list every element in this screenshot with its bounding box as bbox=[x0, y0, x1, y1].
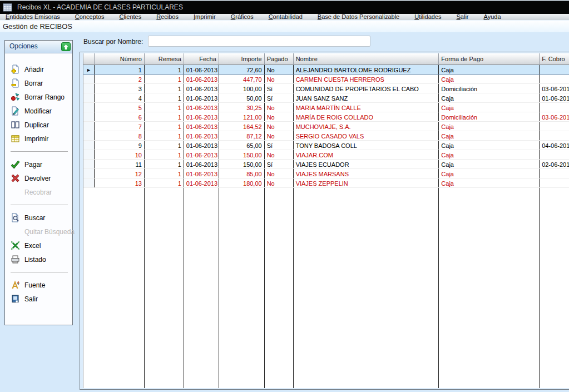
menu-item-imprimir[interactable]: Imprimir bbox=[194, 14, 216, 20]
sidebar-item-imprimir[interactable]: Imprimir bbox=[5, 132, 72, 146]
cell-remesa: 1 bbox=[145, 160, 184, 168]
cell-numero: 1 bbox=[95, 65, 145, 74]
cell-forma_pago: Caja bbox=[439, 178, 540, 187]
sidebar-item-listado[interactable]: Listado bbox=[5, 252, 72, 266]
table-row[interactable]: 4101-06-201350,00SíJUAN SANZ SANZCaja01-… bbox=[83, 93, 569, 103]
table-row[interactable]: 9101-06-201365,00SíTONY BADOSA COLLCaja0… bbox=[83, 141, 569, 150]
cell-forma_pago: Domiciliación bbox=[439, 84, 540, 93]
cell-f_cobro: 04-06-2013 bbox=[540, 141, 569, 150]
sidebar-item-borrar-rango[interactable]: Borrar Rango bbox=[5, 90, 72, 104]
sidebar-item-anadir[interactable]: Añadir bbox=[5, 62, 72, 76]
column-header-importe[interactable]: Importe bbox=[219, 53, 265, 65]
current-row-arrow-icon: ► bbox=[86, 67, 91, 73]
menu-item-graficos[interactable]: Gráficos bbox=[231, 14, 254, 20]
menu-item-entidades-emisoras[interactable]: Entidades Emisoras bbox=[6, 14, 60, 20]
menu-item-utilidades[interactable]: Utilidades bbox=[414, 14, 441, 20]
table-row[interactable]: 6101-06-2013121,00NoMARÍA DE ROIG COLLAD… bbox=[83, 112, 569, 122]
sidebar-item-label: Pagar bbox=[24, 161, 42, 168]
column-header-pagado[interactable]: Pagado bbox=[265, 53, 294, 65]
column-header-selector[interactable] bbox=[83, 53, 95, 65]
table-row[interactable]: 3101-06-2013100,00SíCOMUNIDAD DE PROPIET… bbox=[83, 84, 569, 93]
column-header-forma-de-pago[interactable]: Forma de Pago bbox=[439, 53, 540, 65]
sidebar-item-devolver[interactable]: Devolver bbox=[5, 171, 72, 185]
menu-item-ayuda[interactable]: Ayuda bbox=[484, 14, 501, 20]
table-body: ►1101-06-201372,60NoALEJANDRO BARTOLOME … bbox=[83, 65, 569, 188]
cell-numero: 6 bbox=[95, 112, 145, 121]
menu-item-clientes[interactable]: Clientes bbox=[119, 14, 141, 20]
sidebar-item-borrar[interactable]: Borrar bbox=[5, 76, 72, 90]
cell-importe: 164,52 bbox=[219, 122, 265, 131]
sidebar-item-excel[interactable]: Excel bbox=[5, 239, 72, 252]
cell-forma_pago: Caja bbox=[439, 160, 540, 168]
menu-item-conceptos[interactable]: Conceptos bbox=[75, 14, 105, 20]
column-header-nombre[interactable]: Nombre bbox=[294, 53, 439, 65]
menu-item-salir[interactable]: Salir bbox=[457, 14, 469, 20]
table-row[interactable]: 8101-06-201387,12NoSERGIO CASADO VALSCaj… bbox=[83, 131, 569, 141]
cell-pagado: No bbox=[265, 169, 294, 178]
up-arrow-icon bbox=[62, 43, 70, 51]
sidebar-item-salir[interactable]: Salir bbox=[5, 292, 72, 306]
menu-item-base-de-datos-personalizable[interactable]: Base de Datos Personalizable bbox=[318, 14, 399, 20]
cell-nombre: VIAJES MARSANS bbox=[294, 169, 439, 178]
sidebar-item-label: Borrar bbox=[24, 80, 43, 87]
menu-item-contabilidad[interactable]: Contabilidad bbox=[269, 14, 303, 20]
sidebar-item-buscar[interactable]: Buscar bbox=[5, 211, 72, 225]
table-row[interactable]: 13101-06-2013180,00NoVIAJES ZEPPELINCaja bbox=[83, 178, 569, 188]
add-document-icon bbox=[11, 64, 20, 74]
cell-pagado: No bbox=[265, 178, 294, 187]
cell-fecha: 01-06-2013 bbox=[184, 65, 219, 74]
cell-f_cobro bbox=[540, 103, 569, 112]
empty-column bbox=[184, 188, 219, 388]
cell-nombre: VIAJAR.COM bbox=[294, 150, 439, 159]
table-row[interactable]: 5101-06-201330,25NoMARIA MARTÍN CALLECaj… bbox=[83, 103, 569, 112]
collapse-button[interactable] bbox=[61, 42, 71, 51]
sidebar-item-label: Listado bbox=[24, 256, 46, 264]
cell-fecha: 01-06-2013 bbox=[184, 160, 219, 168]
table-row[interactable]: 7101-06-2013164,52NoMUCHOVIAJE, S.A.Caja bbox=[83, 122, 569, 131]
sidebar-item-label: Buscar bbox=[24, 214, 45, 222]
column-header-remesa[interactable]: Remesa bbox=[145, 53, 184, 65]
cell-pagado: Sí bbox=[265, 141, 294, 150]
table-row[interactable]: ►1101-06-201372,60NoALEJANDRO BARTOLOME … bbox=[83, 65, 569, 75]
cell-selector: ► bbox=[83, 65, 95, 74]
sidebar-item-duplicar[interactable]: Duplicar bbox=[5, 118, 72, 132]
cell-selector bbox=[83, 112, 95, 121]
cell-forma_pago: Domiciliación bbox=[439, 112, 540, 121]
menu-item-recibos[interactable]: Recibos bbox=[156, 14, 179, 20]
column-header-fecha[interactable]: Fecha bbox=[184, 53, 219, 65]
column-header-f-cobro[interactable]: F. Cobro bbox=[540, 53, 569, 65]
icon-placeholder bbox=[11, 227, 20, 236]
cell-fecha: 01-06-2013 bbox=[184, 112, 219, 121]
sidebar-item-label: Imprimir bbox=[24, 135, 48, 143]
cell-fecha: 01-06-2013 bbox=[184, 75, 219, 83]
sidebar-item-pagar[interactable]: Pagar bbox=[5, 157, 72, 171]
cell-selector bbox=[83, 178, 95, 187]
table-row[interactable]: 2101-06-2013447,70NoCARMEN CUESTA HERRER… bbox=[83, 75, 569, 84]
table-row[interactable]: 10101-06-2013150,00NoVIAJAR.COMCaja bbox=[83, 150, 569, 160]
cell-forma_pago: Caja bbox=[439, 169, 540, 178]
table-row[interactable]: 12101-06-201385,00NoVIAJES MARSANSCaja bbox=[83, 169, 569, 178]
cell-forma_pago: Caja bbox=[439, 75, 540, 83]
cell-forma_pago: Caja bbox=[439, 131, 540, 140]
sidebar-item-quitar-busqueda: Quitar Búsqueda bbox=[5, 225, 72, 239]
sidebar-item-label: Borrar Rango bbox=[24, 93, 65, 101]
cell-selector bbox=[83, 93, 95, 102]
page-title-bar: Gestión de RECIBOS bbox=[0, 21, 569, 32]
empty-column bbox=[145, 188, 184, 388]
table-row[interactable]: 11101-06-2013150,00SíVIAJES ECUADORCaja0… bbox=[83, 160, 569, 169]
cell-remesa: 1 bbox=[145, 169, 184, 178]
cell-remesa: 1 bbox=[145, 122, 184, 131]
cell-remesa: 1 bbox=[145, 112, 184, 121]
cell-importe: 65,00 bbox=[219, 141, 265, 150]
column-header-numero[interactable]: Número bbox=[95, 53, 145, 65]
cell-forma_pago: Caja bbox=[439, 65, 540, 74]
sidebar-item-label: Añadir bbox=[24, 66, 44, 73]
cell-numero: 9 bbox=[95, 141, 145, 150]
sidebar-item-modificar[interactable]: Modificar bbox=[5, 104, 72, 118]
sidebar-item-fuente[interactable]: Fuente bbox=[5, 278, 72, 292]
cell-numero: 7 bbox=[95, 122, 145, 131]
search-input[interactable] bbox=[148, 36, 370, 47]
cell-importe: 100,00 bbox=[219, 84, 265, 93]
cell-numero: 11 bbox=[95, 160, 145, 168]
cell-importe: 180,00 bbox=[219, 178, 265, 187]
